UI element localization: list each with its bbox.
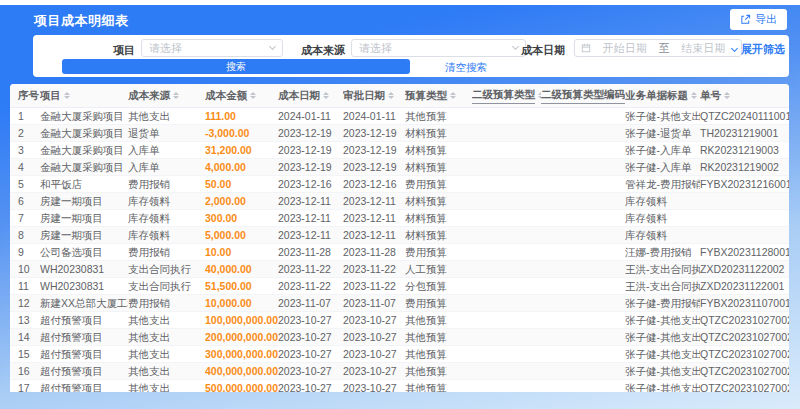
- cell-cost_amount: 100,000,000.00: [205, 312, 278, 328]
- column-header-budget_type2[interactable]: 二级预算类型: [472, 84, 541, 107]
- column-header-doc_title[interactable]: 业务单据标题: [625, 84, 700, 107]
- table-row: 16超付预警项目其他支出400,000,000.002023-10-272023…: [10, 363, 789, 380]
- table-row: 10WH20230831支出合同执行40,000.002023-11-22202…: [10, 261, 789, 278]
- sort-icon[interactable]: [64, 92, 70, 100]
- cell-cost_date: 2023-10-27: [278, 312, 343, 328]
- cell-cost_amount: 31,200.00: [205, 142, 278, 158]
- cell-project: 超付预警项目: [40, 363, 128, 379]
- sort-icon[interactable]: [173, 92, 179, 100]
- cell-doc_title: 库存领料: [625, 193, 700, 209]
- clear-search-link[interactable]: 清空搜索: [445, 61, 487, 75]
- cell-budget_type2: [472, 227, 541, 243]
- cell-cost_source: 库存领料: [128, 193, 205, 209]
- expand-filter-label: 展开筛选: [741, 42, 785, 57]
- cell-doc_no: [700, 210, 789, 226]
- cell-cost_amount: 50.00: [205, 176, 278, 192]
- cell-cost_source: 其他支出: [128, 380, 205, 392]
- table-row: 2金融大厦采购项目退货单-3,000.002023-12-192023-12-1…: [10, 125, 789, 142]
- sort-icon[interactable]: [691, 92, 697, 100]
- cost-source-select[interactable]: 请选择: [351, 39, 526, 57]
- export-button-label: 导出: [755, 12, 777, 27]
- cell-cost_date: 2023-10-27: [278, 363, 343, 379]
- table-row: 13超付预警项目其他支出100,000,000.002023-10-272023…: [10, 312, 789, 329]
- project-filter-label: 项目: [113, 43, 135, 58]
- cell-cost_amount: 5,000.00: [205, 227, 278, 243]
- sort-icon[interactable]: [450, 92, 456, 100]
- cell-budget_type: 费用预算: [405, 295, 472, 311]
- cell-budget_type2: [472, 329, 541, 345]
- table-row: 6房建一期项目库存领料2,000.002023-12-112023-12-11材…: [10, 193, 789, 210]
- column-header-approve_date[interactable]: 审批日期: [343, 84, 405, 107]
- cell-project: 新建XX总部大厦工程二期: [40, 295, 128, 311]
- cell-budget_type: 费用预算: [405, 176, 472, 192]
- sort-icon[interactable]: [388, 92, 394, 100]
- cell-budget_type2_code: [541, 295, 625, 311]
- cell-project: 超付预警项目: [40, 312, 128, 328]
- cell-approve_date: 2023-10-27: [343, 346, 405, 362]
- cell-approve_date: 2023-12-16: [343, 176, 405, 192]
- cell-cost_amount: 2,000.00: [205, 193, 278, 209]
- sort-icon[interactable]: [724, 92, 730, 100]
- cell-index: 14: [10, 329, 40, 345]
- cell-index: 2: [10, 125, 40, 141]
- cell-cost_amount: 40,000.00: [205, 261, 278, 277]
- column-header-project[interactable]: 项目: [40, 84, 128, 107]
- column-header-index: 序号: [10, 84, 40, 107]
- cell-cost_amount: 111.00: [205, 108, 278, 124]
- cell-budget_type2: [472, 210, 541, 226]
- cell-budget_type2_code: [541, 193, 625, 209]
- end-date-placeholder[interactable]: 结束日期: [672, 41, 736, 56]
- cell-approve_date: 2023-12-11: [343, 193, 405, 209]
- table-row: 3金融大厦采购项目入库单31,200.002023-12-192023-12-1…: [10, 142, 789, 159]
- export-button[interactable]: 导出: [730, 9, 787, 30]
- cell-budget_type2_code: [541, 312, 625, 328]
- cell-budget_type: 材料预算: [405, 125, 472, 141]
- column-header-label: 审批日期: [343, 89, 385, 103]
- column-header-budget_type[interactable]: 预算类型: [405, 84, 472, 107]
- expand-filter-link[interactable]: 展开筛选: [732, 42, 785, 57]
- column-header-cost_amount[interactable]: 成本金额: [205, 84, 278, 107]
- column-header-budget_type2_code[interactable]: 二级预算类型编码: [541, 84, 625, 107]
- cell-index: 1: [10, 108, 40, 124]
- cell-budget_type: 其他预算: [405, 108, 472, 124]
- cost-date-range-input[interactable]: 开始日期 至 结束日期: [574, 39, 742, 57]
- sort-icon[interactable]: [323, 92, 329, 100]
- cell-cost_date: 2023-12-19: [278, 159, 343, 175]
- sort-icon[interactable]: [250, 92, 256, 100]
- cost-date-filter-label: 成本日期: [521, 43, 565, 58]
- cell-project: 金融大厦采购项目: [40, 108, 128, 124]
- date-separator: 至: [657, 41, 672, 56]
- cell-doc_no: FYBX20231216001: [700, 176, 789, 192]
- cell-cost_amount: 500,000,000.00: [205, 380, 278, 392]
- cell-cost_date: 2023-12-11: [278, 227, 343, 243]
- cell-budget_type: 材料预算: [405, 142, 472, 158]
- cell-index: 7: [10, 210, 40, 226]
- cell-project: WH20230831: [40, 261, 128, 277]
- table-row: 12新建XX总部大厦工程二期费用报销10,000.002023-11-07202…: [10, 295, 789, 312]
- cell-cost_date: 2023-10-27: [278, 380, 343, 392]
- cell-cost_source: 入库单: [128, 142, 205, 158]
- cell-index: 9: [10, 244, 40, 260]
- table-row: 11WH20230831支出合同执行51,500.002023-11-22202…: [10, 278, 789, 295]
- project-select[interactable]: 请选择: [141, 39, 283, 57]
- search-button[interactable]: 搜索: [62, 59, 410, 74]
- cell-budget_type2: [472, 312, 541, 328]
- column-header-doc_no[interactable]: 单号: [700, 84, 789, 107]
- cell-budget_type2_code: [541, 210, 625, 226]
- cell-project: 超付预警项目: [40, 329, 128, 345]
- table-row: 5和平饭店费用报销50.002023-12-162023-12-16费用预算管祥…: [10, 176, 789, 193]
- cell-approve_date: 2023-12-19: [343, 159, 405, 175]
- cell-cost_amount: 300,000,000.00: [205, 346, 278, 362]
- start-date-placeholder[interactable]: 开始日期: [593, 41, 657, 56]
- cell-cost_source: 费用报销: [128, 295, 205, 311]
- column-header-cost_date[interactable]: 成本日期: [278, 84, 343, 107]
- column-header-cost_source[interactable]: 成本来源: [128, 84, 205, 107]
- column-header-label: 项目: [40, 89, 61, 103]
- project-select-placeholder: 请选择: [149, 41, 270, 56]
- cell-cost_source: 其他支出: [128, 108, 205, 124]
- cell-budget_type: 其他预算: [405, 312, 472, 328]
- cell-index: 15: [10, 346, 40, 362]
- cell-budget_type: 材料预算: [405, 227, 472, 243]
- table-row: 15超付预警项目其他支出300,000,000.002023-10-272023…: [10, 346, 789, 363]
- cell-approve_date: 2023-10-27: [343, 380, 405, 392]
